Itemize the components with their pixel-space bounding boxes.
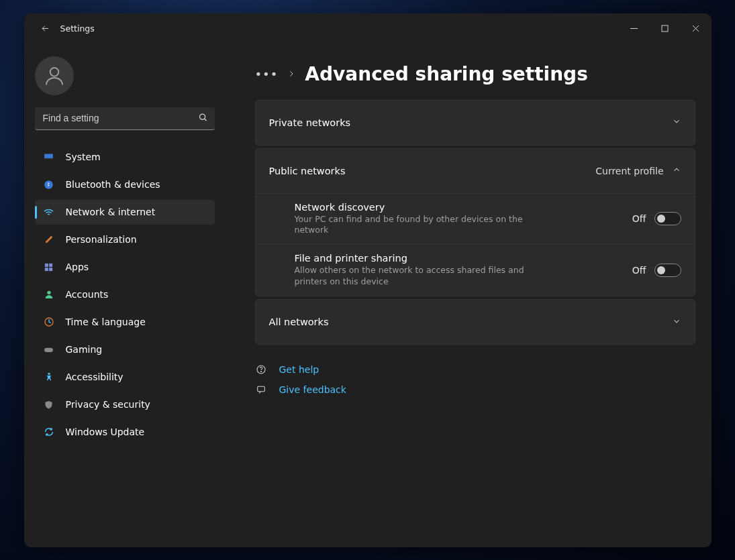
titlebar: Settings <box>24 13 712 44</box>
svg-rect-16 <box>44 347 53 351</box>
chevron-down-icon <box>672 316 681 329</box>
wifi-icon <box>43 206 55 218</box>
svg-rect-1 <box>662 25 668 32</box>
panel-public-networks: Public networks Current profile Network … <box>255 148 695 297</box>
svg-point-4 <box>50 68 58 76</box>
chevron-down-icon <box>672 116 681 129</box>
get-help-link[interactable]: Get help <box>255 363 695 376</box>
sidebar-item-privacy[interactable]: Privacy & security <box>35 392 215 417</box>
brush-icon <box>43 233 55 245</box>
panel-all-networks[interactable]: All networks <box>255 299 695 345</box>
current-profile-label: Current profile <box>595 166 663 176</box>
sidebar-item-network[interactable]: Network & internet <box>35 200 215 225</box>
page-title: Advanced sharing settings <box>305 63 587 85</box>
apps-icon <box>43 261 55 273</box>
sidebar-item-bluetooth[interactable]: Bluetooth & devices <box>35 172 215 197</box>
sidebar-item-windows-update[interactable]: Windows Update <box>35 420 215 445</box>
profile-area[interactable] <box>35 44 215 107</box>
sidebar-item-gaming[interactable]: Gaming <box>35 337 215 362</box>
network-discovery-toggle[interactable] <box>654 212 681 225</box>
chevron-right-icon <box>287 68 295 80</box>
svg-rect-13 <box>49 268 52 271</box>
panel-title: Private networks <box>269 117 351 128</box>
toggle-state-label: Off <box>632 213 646 224</box>
panel-title: All networks <box>269 317 329 327</box>
sidebar-item-label: Accessibility <box>66 372 124 382</box>
bluetooth-icon <box>43 178 55 190</box>
minimize-button[interactable] <box>619 16 650 42</box>
toggle-state-label: Off <box>632 265 646 276</box>
gamepad-icon <box>43 343 55 355</box>
svg-rect-20 <box>257 386 264 391</box>
sidebar-item-personalization[interactable]: Personalization <box>35 227 215 252</box>
sidebar-item-label: Bluetooth & devices <box>66 179 160 190</box>
sidebar-item-label: Privacy & security <box>66 399 150 410</box>
shield-icon <box>43 398 55 410</box>
give-feedback-link[interactable]: Give feedback <box>255 384 695 396</box>
sidebar-item-label: Accounts <box>66 289 109 300</box>
panel-title: Public networks <box>269 166 346 176</box>
window-controls <box>619 16 712 42</box>
sidebar-item-label: Apps <box>66 262 89 272</box>
setting-description: Your PC can find and be found by other d… <box>295 214 536 237</box>
person-icon <box>43 288 55 300</box>
sidebar-item-accounts[interactable]: Accounts <box>35 282 215 307</box>
search-input[interactable] <box>35 107 215 130</box>
link-label: Give feedback <box>279 384 346 395</box>
panel-private-networks[interactable]: Private networks <box>255 100 695 146</box>
update-icon <box>43 426 55 438</box>
panel-public-header[interactable]: Public networks Current profile <box>256 149 695 193</box>
sidebar-item-label: Network & internet <box>66 207 156 217</box>
main-content: ••• Advanced sharing settings Private ne… <box>226 44 712 547</box>
svg-point-9 <box>44 180 53 189</box>
sidebar-item-label: Personalization <box>66 234 137 245</box>
display-icon <box>43 151 55 163</box>
accessibility-icon <box>43 371 55 383</box>
setting-description: Allow others on the network to access sh… <box>295 265 536 288</box>
sidebar-item-time-language[interactable]: Time & language <box>35 310 215 335</box>
svg-line-6 <box>204 119 206 121</box>
sidebar-item-system[interactable]: System <box>35 145 215 170</box>
svg-point-17 <box>48 373 50 375</box>
app-title: Settings <box>60 23 95 34</box>
maximize-button[interactable] <box>650 16 681 42</box>
svg-rect-12 <box>45 268 48 271</box>
sidebar-item-label: Windows Update <box>66 427 145 437</box>
row-network-discovery: Network discovery Your PC can find and b… <box>256 193 695 245</box>
sidebar-item-label: System <box>66 152 101 162</box>
svg-point-14 <box>47 291 50 294</box>
setting-title: File and printer sharing <box>295 253 622 264</box>
file-printer-sharing-toggle[interactable] <box>654 264 681 277</box>
sidebar-item-label: Gaming <box>66 344 103 355</box>
chevron-up-icon <box>672 164 681 177</box>
close-button[interactable] <box>681 16 712 42</box>
settings-window: Settings System <box>24 13 712 547</box>
sidebar: System Bluetooth & devices Network & int… <box>24 44 226 547</box>
footer-links: Get help Give feedback <box>255 363 695 396</box>
search-box[interactable] <box>35 107 215 130</box>
setting-title: Network discovery <box>295 202 622 213</box>
breadcrumb: ••• Advanced sharing settings <box>255 63 695 85</box>
search-icon <box>198 112 208 125</box>
svg-point-5 <box>199 114 205 119</box>
feedback-icon <box>255 384 267 396</box>
svg-rect-10 <box>45 263 48 266</box>
svg-rect-11 <box>49 263 52 266</box>
row-file-printer-sharing: File and printer sharing Allow others on… <box>256 244 695 296</box>
help-icon <box>255 363 267 376</box>
avatar <box>35 56 74 95</box>
clock-globe-icon <box>43 316 55 328</box>
svg-rect-8 <box>44 158 53 159</box>
sidebar-item-label: Time & language <box>66 317 146 327</box>
nav-list: System Bluetooth & devices Network & int… <box>35 145 215 445</box>
back-button[interactable] <box>36 19 55 38</box>
link-label: Get help <box>279 364 320 375</box>
svg-point-19 <box>260 371 261 372</box>
sidebar-item-apps[interactable]: Apps <box>35 255 215 280</box>
sidebar-item-accessibility[interactable]: Accessibility <box>35 365 215 390</box>
breadcrumb-more-button[interactable]: ••• <box>255 67 279 81</box>
